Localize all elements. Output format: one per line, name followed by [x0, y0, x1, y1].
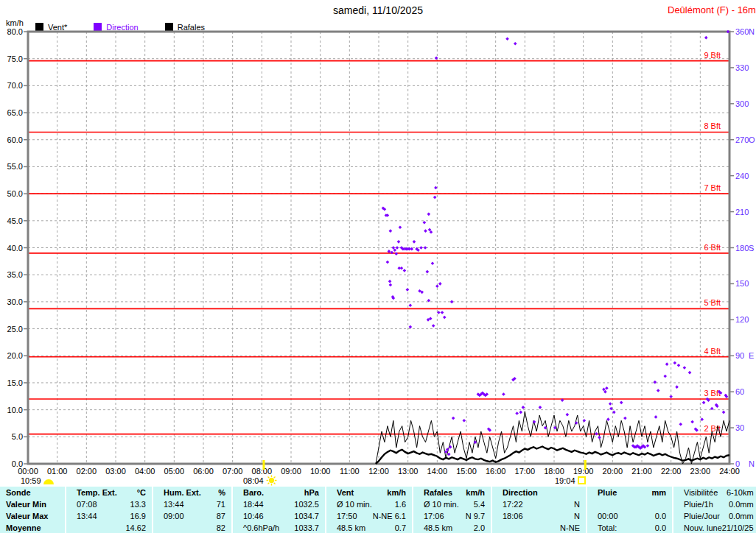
table-header-cell-label: Vent — [337, 487, 354, 498]
table-avg-cell-value: 21/10/25 — [722, 522, 754, 533]
direction-point — [502, 392, 505, 396]
direction-point — [399, 225, 402, 229]
table-min-cell-value: 1032.5 — [294, 498, 319, 510]
direction-point — [595, 432, 598, 436]
direction-point — [663, 375, 667, 378]
rafales-line — [376, 412, 729, 464]
direction-point — [389, 229, 393, 233]
bft-label: 6 Bft — [704, 243, 721, 252]
direction-point — [403, 269, 407, 272]
table-avg-cell: ^0.6hPa/h1033.7 — [233, 522, 325, 533]
vent-line — [376, 447, 729, 465]
right-cardinal-label: N — [749, 27, 755, 36]
direction-point — [400, 266, 404, 270]
table-header-cell: Pluiemm — [587, 487, 672, 498]
right-tick-label: 60 — [735, 387, 744, 396]
table-max-cell: Pluie/Jour0.0mm — [673, 510, 756, 522]
direction-point — [438, 282, 442, 286]
table-header-cell: Direction — [492, 487, 586, 498]
sun-icon — [266, 475, 277, 486]
table-row-header: Sonde — [0, 487, 65, 498]
table-column-visibilit-e: Visibilitée6-10kmPluie/1h0.0mmPluie/Jour… — [672, 487, 756, 533]
table-header-cell-value: hPa — [304, 487, 319, 498]
table-max-cell-label: 00:00 — [598, 510, 618, 522]
direction-point — [409, 303, 413, 307]
right-cardinal-label: O — [749, 135, 755, 144]
table-max-cell: 17:50N-NE 6.1 — [326, 510, 412, 522]
table-avg-cell-value: 2.0 — [474, 522, 485, 533]
direction-point — [598, 436, 601, 440]
table-avg-cell-label: 48.5 km — [337, 522, 365, 533]
left-tick-label: 35.0 — [7, 270, 23, 279]
direction-point — [431, 261, 435, 265]
table-min-cell-value: 71 — [217, 498, 225, 510]
table-avg-cell-value: N-NE — [560, 522, 580, 533]
table-max-cell-label: 17:50 — [337, 510, 357, 522]
table-max-cell-value: N 9.7 — [466, 510, 485, 522]
direction-point — [419, 246, 423, 250]
table-max-cell-value: N — [574, 510, 580, 522]
bft-label: 5 Bft — [704, 298, 721, 307]
table-max-cell: 18:06N — [492, 510, 586, 522]
table-min-cell: 13:4471 — [153, 498, 231, 510]
table-header-cell-value: km/h — [387, 487, 406, 498]
direction-point — [522, 406, 525, 409]
left-tick-label: 20.0 — [7, 351, 23, 360]
table-min-cell-label: Ø 10 min. — [337, 498, 372, 510]
table-max-cell-label: 18:06 — [503, 510, 523, 522]
left-tick-label: 30.0 — [7, 297, 23, 306]
sun-moon-row: 10:59 08:04 19:04 — [0, 475, 756, 486]
table-column-pluie: Pluiemm00:000.0Total:0.0 — [586, 487, 672, 533]
left-tick-label: 70.0 — [7, 81, 23, 90]
right-tick-label: 180 — [735, 244, 749, 253]
direction-point — [427, 213, 431, 216]
direction-point — [646, 444, 650, 448]
direction-point — [675, 385, 679, 389]
table-min-cell-label: 18:44 — [243, 498, 264, 510]
direction-point — [397, 240, 401, 244]
direction-point — [505, 37, 509, 40]
direction-point — [389, 283, 393, 287]
direction-point — [722, 411, 726, 414]
table-row-header: Valeur Max — [0, 510, 65, 522]
table-min-cell-value: N — [574, 498, 580, 510]
table-header-cell: Ventkm/h — [326, 487, 412, 498]
table-header-cell: Temp. Ext.°C — [66, 487, 152, 498]
direction-point — [683, 366, 687, 370]
direction-point — [443, 316, 447, 320]
table-avg-cell-label: 48.5 km — [424, 522, 452, 533]
direction-point — [424, 229, 427, 233]
direction-point — [704, 36, 708, 40]
table-row-header: Valeur Min — [0, 498, 65, 510]
right-cardinal-label: N — [749, 459, 755, 468]
table-max-cell: 09:0087 — [153, 510, 231, 522]
table-min-cell-value: 0.0mm — [729, 498, 754, 510]
bft-label: 7 Bft — [704, 183, 721, 192]
direction-point — [388, 250, 391, 253]
table-max-cell: 13:4416.9 — [66, 510, 152, 522]
table-max-cell-label: 17:06 — [424, 510, 444, 522]
wind-direction-chart: 2 Bft3 Bft4 Bft5 Bft6 Bft7 Bft8 Bft9 Bft… — [0, 0, 756, 533]
direction-points — [382, 30, 730, 456]
left-tick-label: 65.0 — [7, 108, 23, 117]
table-max-cell-label: Pluie/Jour — [684, 510, 720, 522]
left-tick-label: 50.0 — [7, 189, 23, 198]
table-max-cell-value: 0.0 — [655, 510, 666, 522]
weather-station-screen: samedi, 11/10/2025 Deûlémont (F) - 16m k… — [0, 0, 756, 533]
direction-point — [396, 246, 399, 250]
bft-label: 4 Bft — [704, 347, 721, 356]
table-header-cell-label: Visibilitée — [684, 487, 718, 498]
table-header-cell-value: 6-10km — [727, 487, 754, 498]
direction-point — [424, 246, 427, 250]
direction-point — [702, 401, 706, 405]
table-header-cell: Visibilitée6-10km — [673, 487, 756, 498]
table-max-cell-value: N-NE 6.1 — [373, 510, 406, 522]
table-max-cell-label: 13:44 — [77, 510, 97, 522]
right-tick-label: 240 — [735, 172, 749, 180]
table-header-cell-value: °C — [137, 487, 146, 498]
sunset-square-icon — [578, 476, 586, 484]
left-tick-label: 60.0 — [7, 135, 23, 144]
table-avg-cell-label: Nouv. lune — [684, 522, 722, 533]
direction-point — [566, 413, 570, 417]
table-max-cell-value: 1034.7 — [294, 510, 319, 522]
